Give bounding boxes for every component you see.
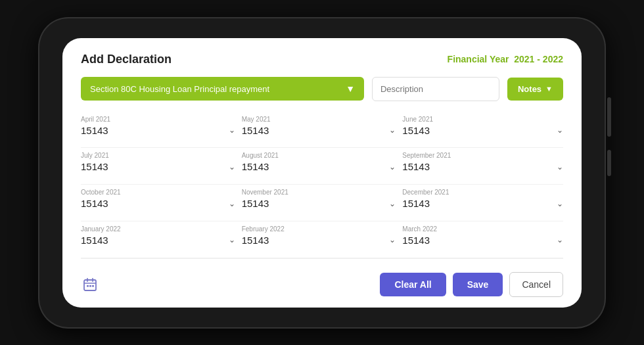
month-cell: January 2022 15143 ⌄ — [81, 221, 242, 258]
month-value: 15143 — [402, 235, 430, 246]
month-label: January 2022 — [81, 225, 235, 233]
financial-year: Financial Year 2021 - 2022 — [448, 54, 563, 64]
month-cell: April 2021 15143 ⌄ — [81, 112, 242, 149]
month-label: February 2022 — [242, 225, 396, 233]
month-value-row: 15143 ⌄ — [242, 198, 396, 209]
month-value: 15143 — [402, 161, 430, 172]
month-value-row: 15143 ⌄ — [242, 161, 396, 172]
month-value-row: 15143 ⌄ — [242, 235, 396, 246]
month-value: 15143 — [81, 198, 108, 209]
notes-button-label: Notes — [518, 84, 541, 94]
month-value: 15143 — [81, 235, 108, 246]
dialog-header: Add Declaration Financial Year 2021 - 20… — [81, 53, 563, 66]
month-value: 15143 — [402, 125, 430, 136]
month-label: May 2021 — [242, 116, 396, 123]
description-input[interactable] — [372, 77, 499, 101]
month-cell: August 2021 15143 ⌄ — [242, 148, 403, 185]
month-chevron[interactable]: ⌄ — [557, 199, 563, 208]
svg-rect-4 — [87, 285, 89, 287]
month-value: 15143 — [242, 198, 269, 209]
month-value-row: 15143 ⌄ — [402, 235, 563, 246]
section-dropdown-label: Section 80C Housing Loan Principal repay… — [90, 84, 340, 94]
footer-right: Clear All Save Cancel — [380, 272, 563, 297]
phone-screen: Add Declaration Financial Year 2021 - 20… — [62, 38, 582, 308]
month-cell: November 2021 15143 ⌄ — [242, 185, 403, 221]
month-chevron[interactable]: ⌄ — [229, 162, 235, 172]
svg-rect-5 — [89, 285, 91, 287]
month-label: November 2021 — [242, 189, 396, 196]
month-value: 15143 — [242, 125, 269, 136]
notes-button-chevron: ▼ — [545, 85, 553, 93]
phone-frame: Add Declaration Financial Year 2021 - 20… — [39, 18, 605, 327]
month-value-row: 15143 ⌄ — [81, 198, 235, 209]
month-chevron[interactable]: ⌄ — [389, 199, 396, 208]
calendar-icon[interactable] — [81, 275, 99, 294]
month-value: 15143 — [402, 198, 430, 209]
section-dropdown-chevron: ▼ — [346, 83, 355, 94]
month-chevron[interactable]: ⌄ — [389, 126, 396, 135]
month-cell: December 2021 15143 ⌄ — [402, 185, 563, 221]
month-value-row: 15143 ⌄ — [402, 125, 563, 136]
month-label: December 2021 — [402, 189, 563, 196]
month-value: 15143 — [81, 125, 108, 136]
save-button[interactable]: Save — [453, 273, 503, 296]
month-chevron[interactable]: ⌄ — [389, 162, 396, 172]
month-chevron[interactable]: ⌄ — [229, 199, 235, 208]
month-label: October 2021 — [81, 189, 235, 196]
cancel-button[interactable]: Cancel — [509, 272, 563, 297]
month-chevron[interactable]: ⌄ — [557, 126, 563, 135]
month-label: June 2021 — [402, 116, 563, 123]
month-label: July 2021 — [81, 152, 235, 159]
month-value-row: 15143 ⌄ — [242, 125, 396, 136]
footer-left — [81, 275, 99, 294]
clear-all-button[interactable]: Clear All — [380, 273, 446, 296]
month-chevron[interactable]: ⌄ — [557, 162, 563, 172]
month-cell: February 2022 15143 ⌄ — [242, 221, 403, 258]
month-value-row: 15143 ⌄ — [81, 235, 235, 246]
top-row: Section 80C Housing Loan Principal repay… — [81, 77, 563, 101]
month-cell: September 2021 15143 ⌄ — [402, 148, 563, 185]
month-chevron[interactable]: ⌄ — [389, 235, 396, 244]
month-label: April 2021 — [81, 116, 235, 123]
section-dropdown[interactable]: Section 80C Housing Loan Principal repay… — [81, 77, 364, 101]
dialog-title: Add Declaration — [81, 53, 172, 66]
month-cell: March 2022 15143 ⌄ — [402, 221, 563, 258]
month-label: August 2021 — [242, 152, 396, 159]
month-value-row: 15143 ⌄ — [402, 198, 563, 209]
month-chevron[interactable]: ⌄ — [557, 235, 563, 244]
month-value: 15143 — [81, 161, 108, 172]
month-cell: June 2021 15143 ⌄ — [402, 112, 563, 149]
footer: Clear All Save Cancel — [81, 268, 563, 297]
notes-button[interactable]: Notes ▼ — [507, 78, 563, 101]
month-label: March 2022 — [402, 225, 563, 233]
month-cell: July 2021 15143 ⌄ — [81, 148, 242, 185]
svg-rect-6 — [92, 285, 94, 287]
month-cell: October 2021 15143 ⌄ — [81, 185, 242, 221]
month-cell: May 2021 15143 ⌄ — [242, 112, 403, 149]
month-chevron[interactable]: ⌄ — [229, 235, 235, 244]
month-value: 15143 — [242, 235, 269, 246]
month-chevron[interactable]: ⌄ — [229, 126, 235, 135]
month-value-row: 15143 ⌄ — [81, 161, 235, 172]
divider — [81, 258, 563, 259]
month-value: 15143 — [242, 161, 269, 172]
month-value-row: 15143 ⌄ — [402, 161, 563, 172]
month-label: September 2021 — [402, 152, 563, 159]
add-declaration-dialog: Add Declaration Financial Year 2021 - 20… — [62, 38, 582, 308]
months-grid: April 2021 15143 ⌄ May 2021 15143 ⌄ June… — [81, 112, 563, 258]
month-value-row: 15143 ⌄ — [81, 125, 235, 136]
